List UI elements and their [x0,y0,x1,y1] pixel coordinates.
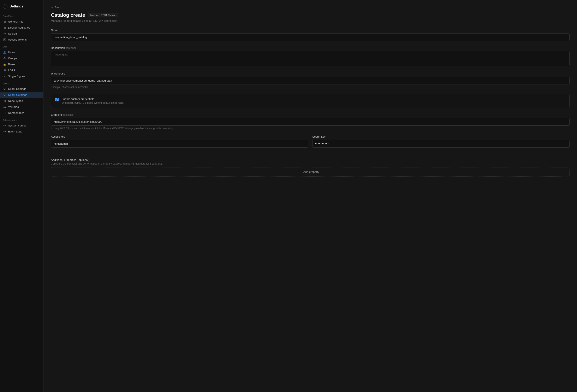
sidebar-item-groups[interactable]: ⚙ Groups [0,55,43,61]
sidebar-item-system-config[interactable]: ▭ System config [0,123,43,129]
sidebar: ‹ Settings Data Plane ⊞ General Info ⊞ D… [0,0,43,392]
secret-key-label: Secret key [312,135,570,138]
name-section: Name [51,29,570,41]
ldap-icon: ⊞ [3,69,6,72]
docker-icon: ⊞ [3,26,6,29]
user-icon: 👤 [3,51,6,54]
sidebar-section-data-plane: Data Plane [0,12,43,19]
additional-props-label: Additional properties (optional) [51,158,570,161]
sidebar-item-event-logs[interactable]: ✏ Event Logs [0,129,43,135]
credentials-row: Access key Secret key [51,135,570,153]
endpoint-label: Endpoint (optional) [51,113,570,116]
sidebar-section-iam: IAM [0,43,43,49]
access-key-label: Access key [51,135,308,138]
sidebar-item-node-types[interactable]: ⊞ Node Types [0,98,43,104]
sidebar-back-button[interactable]: ‹ [3,4,7,9]
sidebar-header: ‹ Settings [0,2,43,12]
volumes-icon: ▭ [3,105,6,108]
secret-key-input[interactable] [312,140,570,147]
add-property-button[interactable]: + Add property [51,167,570,177]
sidebar-item-users[interactable]: 👤 Users [0,49,43,55]
description-section: Description (optional) [51,46,570,67]
catalogs-icon: ⚙ [3,93,6,96]
access-key-input[interactable] [51,140,308,147]
credentials-content: Enable custom credentials By default, IO… [62,98,124,104]
sidebar-item-roles[interactable]: 🔒 Roles [0,61,43,67]
groups-icon: ⚙ [3,57,6,60]
sidebar-item-single-sign-on[interactable]: → Single Sign-on [0,73,43,79]
system-config-icon: ▭ [3,124,6,127]
sidebar-item-access-tokens[interactable]: ⚿ Access Tokens [0,37,43,43]
access-key-section: Access key [51,135,308,147]
endpoint-section: Endpoint (optional) If using AWS S3 you … [51,113,570,130]
sidebar-item-volumes[interactable]: ▭ Volumes [0,104,43,110]
additional-properties-section: Additional properties (optional) Configu… [51,158,570,177]
additional-props-desc: Configure the behavior and performance o… [51,162,570,165]
grid-icon: ⊞ [3,20,6,23]
secret-key-section: Secret key [312,135,570,147]
warehouse-section: Warehouse Example: s3://bucket-name/pref… [51,72,570,89]
endpoint-hint: If using AWS S3 you can omit the endpoin… [51,127,570,130]
endpoint-input[interactable] [51,118,570,126]
sidebar-item-spark-settings[interactable]: ⚙ Spark Settings [0,86,43,92]
warehouse-label: Warehouse [51,72,570,75]
sidebar-item-ldap[interactable]: ⊞ LDAP [0,67,43,73]
sidebar-item-general-info[interactable]: ⊞ General Info [0,19,43,25]
description-input[interactable] [51,51,570,66]
name-label: Name [51,29,570,32]
main-content: ← Back Catalog create Managed REST Catal… [43,0,577,392]
name-input[interactable] [51,33,570,41]
sidebar-item-secrets[interactable]: ↦ Secrets [0,31,43,37]
sidebar-title: Settings [9,4,23,8]
enable-credentials-checkbox[interactable] [55,98,59,102]
warehouse-hint: Example: s3://bucket-name/prefix [51,86,570,89]
sidebar-item-spark-catalogs[interactable]: ⚙ Spark Catalogs [0,92,43,98]
page-subtitle: Managed Iceberg catalog using a REST API… [51,19,570,22]
back-link[interactable]: ← Back [51,6,570,9]
enable-credentials-card: Enable custom credentials By default, IO… [51,94,570,108]
spark-settings-icon: ⚙ [3,87,6,90]
sidebar-section-spark: Spark [0,79,43,86]
roles-icon: 🔒 [3,63,6,66]
namespaces-icon: ⊙ [3,111,6,114]
key-icon: ⚿ [3,38,6,41]
credentials-desc: By default, IOMETE utilizes system defau… [62,102,124,104]
sso-icon: → [3,75,6,78]
sidebar-section-administration: Administration [0,116,43,123]
catalog-type-badge: Managed REST Catalog [88,13,118,17]
page-title: Catalog create [51,12,85,18]
secrets-icon: ↦ [3,32,6,35]
sidebar-item-namespaces[interactable]: ⊙ Namespaces [0,110,43,116]
event-logs-icon: ✏ [3,130,6,133]
credentials-title: Enable custom credentials [62,98,124,101]
back-arrow-icon: ← [51,6,54,9]
warehouse-input[interactable] [51,77,570,84]
page-title-row: Catalog create Managed REST Catalog [51,12,570,18]
description-label: Description (optional) [51,46,570,49]
sidebar-item-docker-registries[interactable]: ⊞ Docker Registries [0,25,43,31]
node-types-icon: ⊞ [3,99,6,103]
